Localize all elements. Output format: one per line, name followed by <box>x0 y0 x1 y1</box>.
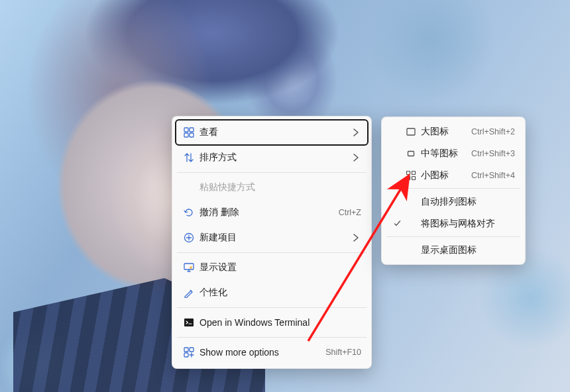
undo-icon <box>181 207 197 218</box>
menu-item-label: Open in Windows Terminal <box>197 317 361 328</box>
submenu-auto-arrange[interactable]: 自动排列图标 <box>385 191 522 213</box>
menu-item-shortcut: Ctrl+Shift+3 <box>471 149 515 158</box>
submenu-medium-icons[interactable]: 中等图标 Ctrl+Shift+3 <box>385 142 522 164</box>
menu-display-settings[interactable]: 显示设置 <box>176 255 368 280</box>
menu-paste-shortcut: 粘贴快捷方式 <box>176 175 368 200</box>
menu-item-label: 撤消 删除 <box>197 207 339 219</box>
menu-item-shortcut: Ctrl+Z <box>339 208 361 217</box>
menu-separator <box>386 188 520 189</box>
chevron-right-icon <box>351 127 361 138</box>
view-submenu: 大图标 Ctrl+Shift+2 中等图标 Ctrl+Shift+3 小图标 C… <box>381 117 526 265</box>
menu-item-label: 将图标与网格对齐 <box>418 218 515 230</box>
large-rect-icon <box>404 126 418 137</box>
sort-icon <box>181 152 197 163</box>
grid-small-icon <box>404 170 418 181</box>
personalize-icon <box>181 287 197 298</box>
submenu-show-desktop-icons[interactable]: 显示桌面图标 <box>385 239 522 261</box>
menu-item-label: 显示桌面图标 <box>418 244 515 256</box>
menu-open-terminal[interactable]: Open in Windows Terminal <box>176 310 368 335</box>
menu-item-label: 个性化 <box>197 287 361 299</box>
more-icon <box>181 347 197 358</box>
submenu-small-icons[interactable]: 小图标 Ctrl+Shift+4 <box>385 164 522 186</box>
menu-new[interactable]: 新建项目 <box>176 225 368 250</box>
chevron-right-icon <box>351 232 361 243</box>
menu-item-label: 新建项目 <box>197 232 351 244</box>
menu-item-label: 粘贴快捷方式 <box>197 181 361 193</box>
menu-item-label: 查看 <box>197 126 351 138</box>
menu-item-shortcut: Ctrl+Shift+4 <box>471 171 515 180</box>
view-icon <box>181 127 197 138</box>
menu-item-shortcut: Shift+F10 <box>325 348 361 357</box>
menu-item-shortcut: Ctrl+Shift+2 <box>471 127 515 136</box>
menu-item-label: 显示设置 <box>197 262 361 273</box>
menu-item-label: 排序方式 <box>197 152 351 164</box>
check-icon <box>390 219 404 228</box>
menu-show-more-options[interactable]: Show more options Shift+F10 <box>176 340 368 365</box>
display-icon <box>181 262 197 273</box>
chevron-right-icon <box>351 152 361 163</box>
menu-item-label: 自动排列图标 <box>418 196 515 208</box>
menu-item-label: 小图标 <box>418 170 471 181</box>
menu-separator <box>177 252 367 253</box>
menu-personalize[interactable]: 个性化 <box>176 280 368 305</box>
medium-rect-icon <box>404 148 418 159</box>
menu-separator <box>177 337 367 338</box>
menu-view[interactable]: 查看 <box>176 120 368 145</box>
desktop-context-menu: 查看 排序方式 粘贴快捷方式 撤消 删除 Ctrl+Z 新建项目 显示设置 个性… <box>172 116 372 369</box>
submenu-large-icons[interactable]: 大图标 Ctrl+Shift+2 <box>385 121 522 142</box>
menu-item-label: Show more options <box>197 347 325 358</box>
menu-separator <box>177 307 367 308</box>
terminal-icon <box>181 317 197 328</box>
menu-sort[interactable]: 排序方式 <box>176 145 368 170</box>
menu-item-label: 大图标 <box>418 126 471 138</box>
new-icon <box>181 232 197 243</box>
menu-separator <box>386 236 520 237</box>
menu-separator <box>177 172 367 173</box>
menu-undo-delete[interactable]: 撤消 删除 Ctrl+Z <box>176 200 368 225</box>
menu-item-label: 中等图标 <box>418 148 471 160</box>
submenu-align-to-grid[interactable]: 将图标与网格对齐 <box>385 213 522 234</box>
